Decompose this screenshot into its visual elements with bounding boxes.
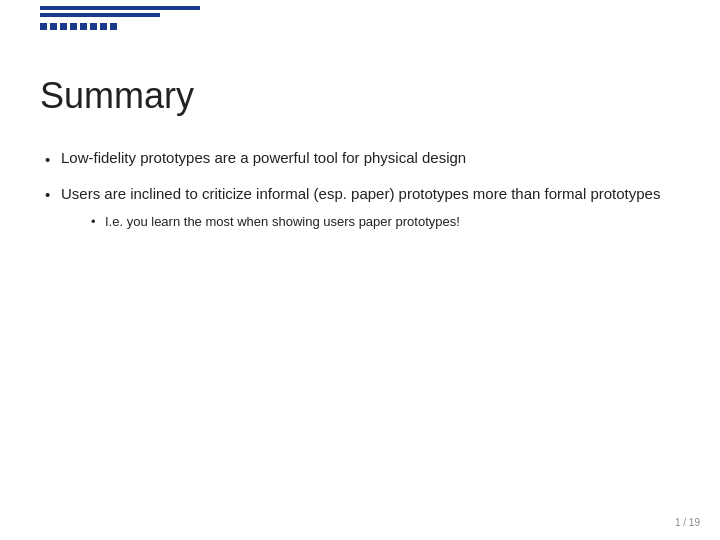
header-dot-1 bbox=[40, 23, 47, 30]
sub-bullet-text-1: I.e. you learn the most when showing use… bbox=[105, 212, 460, 232]
header-dots-row bbox=[40, 23, 720, 30]
header-dot-6 bbox=[90, 23, 97, 30]
bullet-dot-1: • bbox=[45, 148, 61, 172]
content-area: • Low-fidelity prototypes are a powerful… bbox=[45, 147, 680, 233]
slide: Summary • Low-fidelity prototypes are a … bbox=[0, 0, 720, 540]
header-dot-7 bbox=[100, 23, 107, 30]
header-dot-8 bbox=[110, 23, 117, 30]
bullet-item-2: • Users are inclined to criticize inform… bbox=[45, 182, 680, 233]
header-line-2 bbox=[40, 13, 160, 17]
header-decoration bbox=[0, 0, 720, 38]
header-lines bbox=[40, 0, 720, 30]
header-dot-3 bbox=[60, 23, 67, 30]
slide-title: Summary bbox=[40, 75, 680, 117]
bullet-content-2: Users are inclined to criticize informal… bbox=[61, 182, 660, 233]
bullet-text-2: Users are inclined to criticize informal… bbox=[61, 185, 660, 202]
sub-bullet-dot-1: • bbox=[91, 212, 105, 233]
header-dot-5 bbox=[80, 23, 87, 30]
bullet-dot-2: • bbox=[45, 183, 61, 207]
bullet-text-1: Low-fidelity prototypes are a powerful t… bbox=[61, 147, 466, 170]
header-line-1 bbox=[40, 6, 200, 10]
header-dot-2 bbox=[50, 23, 57, 30]
bullet-item-1: • Low-fidelity prototypes are a powerful… bbox=[45, 147, 680, 172]
slide-number: 1 / 19 bbox=[675, 517, 700, 528]
header-dot-4 bbox=[70, 23, 77, 30]
sub-bullet-item-1: • I.e. you learn the most when showing u… bbox=[91, 212, 660, 233]
